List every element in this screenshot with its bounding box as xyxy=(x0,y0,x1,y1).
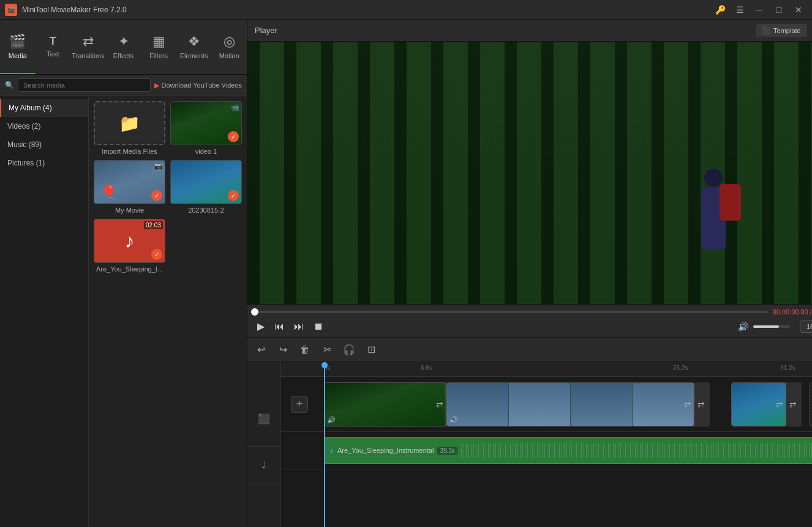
music-clip-name: Are_You_Sleeping_Instrumental xyxy=(337,447,434,454)
progress-bar[interactable] xyxy=(255,311,768,313)
play-button[interactable]: ▶ xyxy=(255,319,267,333)
tab-elements[interactable]: ❖ Elements xyxy=(176,20,212,74)
template-button[interactable]: ⬛ Template xyxy=(756,24,807,37)
player-title: Player xyxy=(255,26,277,35)
mymovie-label: My Movie xyxy=(115,207,144,214)
beach-item[interactable]: ✓ 20230815-2 xyxy=(170,160,242,214)
motion-icon: ◎ xyxy=(224,34,235,50)
tab-elements-label: Elements xyxy=(180,52,208,59)
mute-button[interactable]: 🔊 xyxy=(735,320,751,333)
horizontal-scrollbar[interactable] xyxy=(281,469,812,476)
video-track-label: ⬛ xyxy=(247,392,280,447)
clip2-frames xyxy=(447,383,694,426)
add-clip-button[interactable]: + xyxy=(291,396,308,413)
ruler-spacer xyxy=(247,377,280,392)
clip3-switch-icon[interactable]: ⇄ xyxy=(776,400,783,409)
maximize-button[interactable]: □ xyxy=(770,3,788,17)
text-icon: T xyxy=(50,35,56,48)
media-grid: 📁 Import Media Files 📹 ✓ video 1 📷 xyxy=(89,96,247,527)
transition-2[interactable]: ⇄ xyxy=(693,382,710,427)
sidebar-item-myalbum[interactable]: My Album (4) xyxy=(0,99,88,117)
toolbar: ↩ ↪ 🗑 ✂ 🎧 ⊡ ⊞ − + xyxy=(247,338,812,362)
sidebar-item-videos[interactable]: Videos (2) xyxy=(0,117,88,135)
stop-button[interactable]: ⏹ xyxy=(311,320,326,333)
app-title: MiniTool MovieMaker Free 7.2.0 xyxy=(22,6,707,14)
timeline-clip-1[interactable]: 🔊 ⇄ xyxy=(324,382,446,427)
tab-filters-label: Filters xyxy=(149,52,168,59)
split-button[interactable]: ✂ xyxy=(318,341,336,358)
timeline-clip-2[interactable]: 🔊 ⇄ xyxy=(446,382,694,427)
music-clip-duration: 39.3s xyxy=(437,447,457,455)
settings-button[interactable]: 🔑 xyxy=(712,3,729,17)
timeline-content[interactable]: 0s 6.6s 26.2s 31.2s 39.3s + xyxy=(281,362,812,527)
mymovie-thumb[interactable]: 📷 🎈 ✓ xyxy=(94,160,165,204)
prev-frame-button[interactable]: ⏮ xyxy=(272,320,287,333)
crop-button[interactable]: ⊡ xyxy=(363,341,380,358)
frame3 xyxy=(571,383,633,426)
music-item[interactable]: 02:03 ♪ ✓ Are_You_Sleeping_I... xyxy=(94,219,165,273)
video1-label: video 1 xyxy=(195,148,217,155)
tab-transitions[interactable]: ⇄ Transitions xyxy=(70,20,106,74)
current-time: 00:00:00.00 xyxy=(773,308,808,316)
search-input[interactable] xyxy=(18,78,151,92)
beach-label: 20230815-2 xyxy=(188,207,224,214)
camera-icon: 📷 xyxy=(154,162,163,170)
minimize-button[interactable]: ─ xyxy=(751,3,768,17)
tab-effects[interactable]: ✦ Effects xyxy=(106,20,141,74)
clip1-switch-icon[interactable]: ⇄ xyxy=(436,400,443,409)
timeline-clip-4[interactable]: ⬇ ⇄ xyxy=(809,382,812,427)
selected-badge-beach: ✓ xyxy=(228,190,239,201)
music-thumb[interactable]: 02:03 ♪ ✓ xyxy=(94,219,165,263)
elements-icon: ❖ xyxy=(188,34,200,50)
music-waveform xyxy=(461,443,812,458)
volume-area: 🔊 xyxy=(735,320,790,333)
undo-button[interactable]: ↩ xyxy=(252,341,269,358)
music-track-label: ♩ xyxy=(247,447,280,483)
clip2-switch-icon[interactable]: ⇄ xyxy=(684,400,691,409)
ruler-mark-26s: 26.2s xyxy=(673,365,688,371)
redo-button[interactable]: ↪ xyxy=(274,341,291,358)
tab-motion[interactable]: ◎ Motion xyxy=(211,20,247,74)
ruler-mark-0s: 0s xyxy=(324,365,331,371)
mymovie-item[interactable]: 📷 🎈 ✓ My Movie xyxy=(94,160,165,214)
sidebar-item-music[interactable]: Music (89) xyxy=(0,135,88,154)
folder-icon: 📁 xyxy=(119,113,140,134)
sidebar-item-pictures[interactable]: Pictures (1) xyxy=(0,154,88,172)
progress-handle[interactable] xyxy=(251,308,258,316)
tab-effects-label: Effects xyxy=(113,52,133,59)
download-youtube-button[interactable]: ▶ Download YouTube Videos xyxy=(154,82,242,89)
beach-thumb[interactable]: ✓ xyxy=(170,160,242,204)
transitions-icon: ⇄ xyxy=(83,34,94,50)
next-frame-button[interactable]: ⏭ xyxy=(291,320,306,333)
player-prop-area: Player ⬛ Template ↑ Export xyxy=(247,20,812,337)
template-label: Template xyxy=(773,27,801,34)
video1-item[interactable]: 📹 ✓ video 1 xyxy=(170,101,242,155)
music-note-icon: ♪ xyxy=(125,230,135,252)
main-area: 🎬 Media T Text ⇄ Transitions ✦ Effects ▦… xyxy=(0,20,812,527)
tab-media[interactable]: 🎬 Media xyxy=(0,20,36,74)
close-button[interactable]: ✕ xyxy=(790,3,807,17)
aspect-ratio-select[interactable]: 16:9 9:16 4:3 1:1 xyxy=(800,320,812,333)
audio-button[interactable]: 🎧 xyxy=(340,341,358,358)
timeline-clip-3[interactable]: ⇄ xyxy=(731,382,786,427)
video1-thumb[interactable]: 📹 ✓ xyxy=(170,101,242,145)
import-media-item[interactable]: 📁 Import Media Files xyxy=(94,101,165,155)
music-clip[interactable]: ♪ Are_You_Sleeping_Instrumental 39.3s → xyxy=(324,437,812,464)
video-icon: 📹 xyxy=(231,104,239,112)
download-youtube-label: Download YouTube Videos xyxy=(162,82,242,89)
transition-3[interactable]: ⇄ xyxy=(784,382,802,427)
control-buttons: ▶ ⏮ ⏭ ⏹ 🔊 16:9 9:16 4 xyxy=(255,319,812,333)
tab-filters[interactable]: ▦ Filters xyxy=(141,20,176,74)
volume-slider[interactable] xyxy=(753,325,790,328)
menu-button[interactable]: ☰ xyxy=(731,3,748,17)
timeline-area: ⬛ ♩ 0s 6.6s 26.2s 31.2s 39.3s xyxy=(247,362,812,527)
tab-text[interactable]: T Text xyxy=(36,20,71,74)
video-frame xyxy=(247,42,812,304)
video-track: + 🔊 ⇄ ⇄ xyxy=(281,377,812,432)
music-label: Are_You_Sleeping_I... xyxy=(96,265,163,273)
import-thumb[interactable]: 📁 xyxy=(94,101,165,145)
music-track-icon: ♩ xyxy=(261,459,266,471)
frame2 xyxy=(509,383,571,426)
bottom-section: ↩ ↪ 🗑 ✂ 🎧 ⊡ ⊞ − + xyxy=(247,337,812,527)
delete-button[interactable]: 🗑 xyxy=(296,341,314,358)
